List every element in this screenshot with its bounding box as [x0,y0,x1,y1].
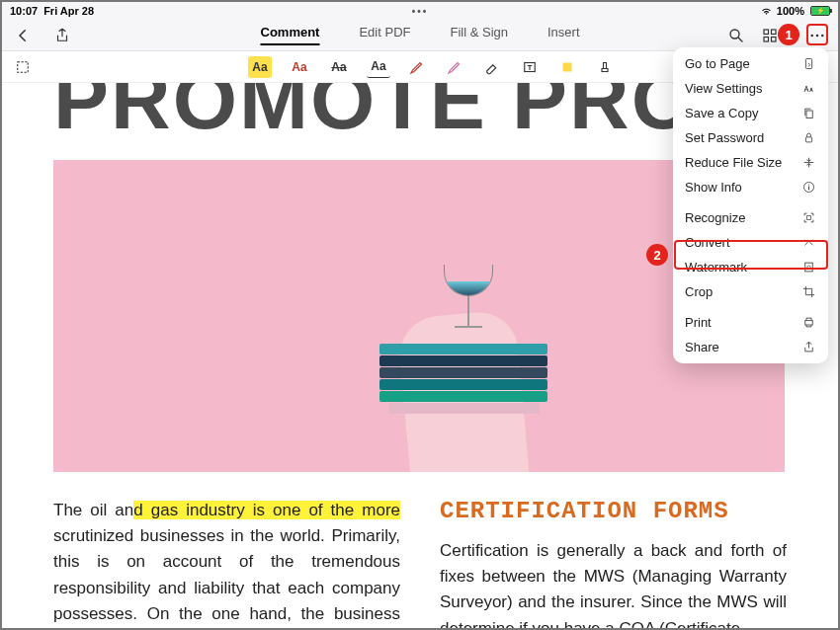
wifi-icon [760,4,773,19]
certification-heading: CERTIFICATION FORMS [440,498,787,524]
right-column: CERTIFICATION FORMS Certification is gen… [440,498,787,628]
menu-share[interactable]: Share [673,335,828,359]
red-text-tool[interactable]: Aa [288,56,311,78]
callout-1-ring [806,24,828,45]
eraser-icon[interactable] [481,56,503,78]
search-icon[interactable] [725,25,747,46]
menu-crop[interactable]: Crop [673,279,828,304]
strikethrough-tool[interactable]: Aa [327,56,351,78]
sticky-note-icon[interactable] [556,56,578,78]
back-button[interactable] [12,25,34,46]
stamp-icon[interactable] [594,56,616,78]
share-out-icon [801,340,816,354]
menu-recognize[interactable]: Recognize [673,205,828,230]
highlighter-red-icon[interactable] [406,56,428,78]
menu-save-copy[interactable]: Save a Copy [673,101,828,125]
status-time: 10:07 [10,5,38,17]
body-paragraph-right: Certification is generally a back and fo… [440,538,787,628]
battery-icon: ⚡ [808,6,830,16]
text-size-icon [801,81,816,96]
body-paragraph-left: The oil and gas industry is one of the m… [53,498,400,628]
svg-rect-18 [805,321,813,325]
multitask-dots[interactable]: ••• [412,6,429,17]
underline-tool[interactable]: Aa [367,56,390,78]
svg-rect-12 [806,111,812,118]
svg-rect-8 [18,61,29,72]
share-icon[interactable] [51,25,73,46]
svg-rect-2 [772,30,777,35]
menu-view-settings[interactable]: View Settings [673,76,828,101]
svg-rect-4 [772,37,777,41]
more-menu: Go to Page View Settings Save a Copy Set… [673,47,828,363]
copy-icon [801,106,816,120]
selection-tool-icon[interactable] [12,56,34,78]
menu-show-info[interactable]: Show Info [673,175,828,199]
ocr-icon [801,210,816,225]
status-bar: 10:07 Fri Apr 28 ••• 100% ⚡ [2,2,838,20]
print-icon [801,315,816,330]
highlighted-text-2: one of the more [273,501,400,519]
textbox-icon[interactable] [519,56,541,78]
menu-print[interactable]: Print [673,310,828,335]
svg-point-0 [730,30,739,39]
tab-edit-pdf[interactable]: Edit PDF [359,25,410,45]
menu-reduce-file-size[interactable]: Reduce File Size [673,150,828,175]
callout-1: 1 [778,24,799,45]
highlighted-text: d gas industry is [133,501,273,519]
menu-set-password[interactable]: Set Password [673,125,828,150]
tab-insert[interactable]: Insert [547,25,580,45]
page-icon [801,56,816,71]
left-column: The oil and gas industry is one of the m… [53,498,400,628]
callout-2-ring [674,240,828,270]
compress-icon [801,155,816,170]
crop-icon [801,284,816,299]
battery-percent: 100% [777,5,804,17]
svg-rect-10 [563,62,572,71]
tab-comment[interactable]: Comment [260,25,319,45]
highlight-text-tool[interactable]: Aa [248,56,272,78]
lock-icon [801,130,816,145]
svg-rect-13 [805,137,811,142]
menu-go-to-page[interactable]: Go to Page [673,51,828,76]
svg-rect-1 [764,30,769,35]
highlighter-pink-icon[interactable] [444,56,465,78]
info-icon [801,180,816,195]
status-date: Fri Apr 28 [43,5,94,17]
tab-fill-sign[interactable]: Fill & Sign [450,25,508,45]
callout-2: 2 [646,244,668,266]
svg-rect-3 [764,37,769,41]
svg-rect-15 [807,216,811,220]
